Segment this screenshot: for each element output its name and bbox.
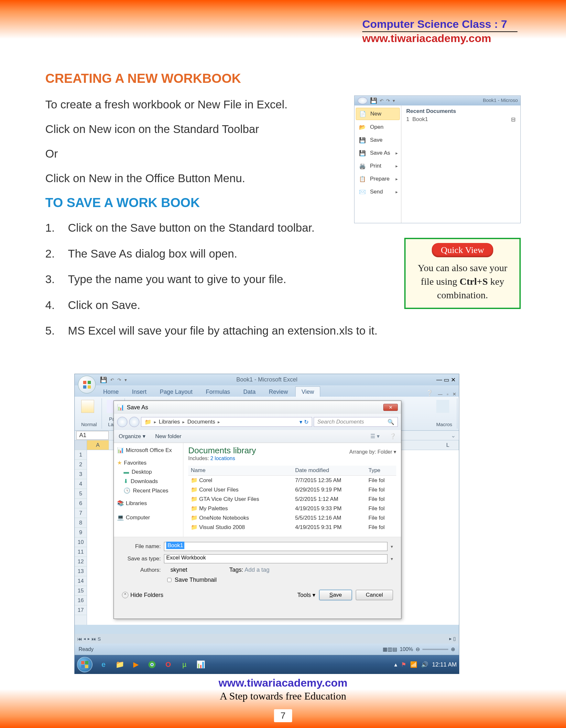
col-date[interactable]: Date modified <box>293 466 366 476</box>
help-icon[interactable]: ❔ <box>389 433 396 440</box>
normal-view-icon[interactable] <box>81 400 94 413</box>
breadcrumb-item[interactable]: Documents <box>187 419 215 425</box>
tab-home[interactable]: Home <box>97 387 125 397</box>
save-button[interactable]: Save <box>319 590 352 600</box>
clock[interactable]: 12:11 AM <box>432 661 457 668</box>
locations-link[interactable]: 2 locations <box>210 456 235 461</box>
menu-item-send[interactable]: ✉️Send▸ <box>354 185 401 198</box>
col-name[interactable]: Name <box>188 466 293 476</box>
hide-folders-button[interactable]: ⌃Hide Folders <box>122 592 163 599</box>
row-header[interactable]: 6 <box>75 499 87 508</box>
sidebar-libraries[interactable]: 📚Libraries <box>117 499 180 508</box>
sidebar-favorites[interactable]: ★Favorites <box>117 458 180 468</box>
view-icons[interactable]: ▦▥▤ <box>383 646 397 652</box>
row-header[interactable]: 1 <box>75 450 87 460</box>
sheet-nav-buttons[interactable]: ⏮ ◀ ▶ ⏭ S <box>77 636 101 642</box>
breadcrumb[interactable]: 📁 ▸ Libraries ▸ Documents ▸ ▾ ↻ <box>141 417 312 427</box>
tray-up-icon[interactable]: ▴ <box>394 661 397 668</box>
row-header[interactable]: 10 <box>75 537 87 547</box>
file-row[interactable]: 📁 OneNote Notebooks5/5/2015 12:16 AMFile… <box>188 513 396 523</box>
maximize-icon[interactable]: ▭ <box>444 376 449 383</box>
menu-item-save[interactable]: 💾Save <box>354 134 401 147</box>
office-button-icon[interactable] <box>358 97 367 104</box>
organize-button[interactable]: Organize ▾ <box>119 433 146 440</box>
excel-icon[interactable]: 📊 <box>195 659 206 670</box>
menu-item-prepare[interactable]: 📋Prepare▸ <box>354 172 401 185</box>
row-header[interactable]: 5 <box>75 489 87 499</box>
file-row[interactable]: 📁 Visual Studio 20084/19/2015 9:31 PMFil… <box>188 523 396 532</box>
col-type[interactable]: Type <box>366 466 396 476</box>
file-row[interactable]: 📁 GTA Vice City User Files5/2/2015 1:12 … <box>188 494 396 504</box>
close-button[interactable]: ✕ <box>383 404 398 411</box>
thumbnail-checkbox[interactable] <box>167 578 172 582</box>
sidebar-item-desktop[interactable]: ▬Desktop <box>117 468 180 477</box>
restore-icon[interactable]: ▫ <box>447 392 448 397</box>
menu-item-saveas[interactable]: 💾Save As▸ <box>354 147 401 160</box>
forward-button[interactable] <box>129 417 139 427</box>
sidebar-computer[interactable]: 💻Computer <box>117 513 180 522</box>
row-header[interactable]: 12 <box>75 557 87 567</box>
start-button[interactable] <box>77 657 93 672</box>
search-input[interactable]: Search Documents 🔍 <box>314 417 398 427</box>
dropdown-icon[interactable]: ▾ <box>125 377 127 382</box>
expand-icon[interactable]: ⌄ <box>451 432 456 439</box>
recent-item[interactable]: 1 Book1 ⊟ <box>406 115 516 125</box>
sidebar-item-office[interactable]: 📊Microsoft Office Ex <box>117 446 180 455</box>
opera-icon[interactable]: O <box>163 659 173 670</box>
flag-icon[interactable]: ⚑ <box>401 661 406 668</box>
zoom-slider[interactable] <box>422 649 448 650</box>
view-options-icon[interactable]: ☰ ▾ <box>370 433 380 440</box>
redo-icon[interactable]: ↷ <box>117 377 121 382</box>
minimize-icon[interactable]: — <box>436 376 442 383</box>
save-icon[interactable]: 💾 <box>370 97 377 104</box>
refresh-icon[interactable]: ▾ ↻ <box>299 419 308 425</box>
row-header[interactable]: 13 <box>75 567 87 576</box>
sidebar-item-recent[interactable]: 🕓Recent Places <box>117 486 180 495</box>
row-header[interactable]: 3 <box>75 469 87 479</box>
row-header[interactable]: 7 <box>75 508 87 518</box>
explorer-icon[interactable]: 📁 <box>115 659 125 670</box>
network-icon[interactable]: 📶 <box>410 661 417 668</box>
undo-icon[interactable]: ↶ <box>380 98 383 103</box>
close-icon[interactable]: ✕ <box>451 376 456 383</box>
dropdown-icon[interactable]: ▾ <box>391 556 393 561</box>
dropdown-icon[interactable]: ▾ <box>393 98 395 103</box>
help-icon[interactable]: ❔ <box>426 390 433 397</box>
name-box[interactable]: A1 <box>76 431 109 440</box>
tab-page-layout[interactable]: Page Layout <box>154 387 198 397</box>
macros-icon[interactable] <box>436 400 449 413</box>
authors-value[interactable]: skynet <box>171 567 187 573</box>
tags-input[interactable]: Add a tag <box>245 567 270 573</box>
file-row[interactable]: 📁 My Palettes4/19/2015 9:33 PMFile fol <box>188 504 396 513</box>
arrange-by[interactable]: Arrange by: Folder ▾ <box>349 446 396 455</box>
col-header-l[interactable]: L <box>437 440 459 450</box>
tools-button[interactable]: Tools ▾ <box>297 591 315 599</box>
close-icon[interactable]: ✕ <box>452 392 456 397</box>
utorrent-icon[interactable]: µ <box>179 659 190 670</box>
tab-view[interactable]: View <box>295 386 320 397</box>
back-button[interactable] <box>117 417 128 427</box>
row-header[interactable]: 15 <box>75 586 87 596</box>
undo-icon[interactable]: ↶ <box>110 377 114 382</box>
tab-formulas[interactable]: Formulas <box>200 387 236 397</box>
row-header[interactable]: 14 <box>75 576 87 586</box>
file-row[interactable]: 📁 Corel7/7/2015 12:35 AMFile fol <box>188 476 396 485</box>
filename-input[interactable]: Book1 <box>164 542 387 551</box>
dropdown-icon[interactable]: ▾ <box>391 544 393 549</box>
ie-icon[interactable]: e <box>98 659 109 670</box>
sidebar-item-downloads[interactable]: ⬇Downloads <box>117 477 180 486</box>
volume-icon[interactable]: 🔊 <box>421 661 428 668</box>
new-folder-button[interactable]: New folder <box>155 433 182 440</box>
system-tray[interactable]: ▴ ⚑ 📶 🔊 12:11 AM <box>394 661 457 668</box>
filetype-select[interactable]: Excel Workbook <box>164 554 387 563</box>
minimize-icon[interactable]: — <box>438 392 442 397</box>
row-header[interactable]: 4 <box>75 479 87 489</box>
zoom-in-icon[interactable]: ⊕ <box>451 646 455 652</box>
row-header[interactable]: 17 <box>75 605 87 615</box>
file-row[interactable]: 📁 Corel User Files6/29/2015 9:19 PMFile … <box>188 485 396 494</box>
redo-icon[interactable]: ↷ <box>386 98 390 103</box>
row-header[interactable]: 2 <box>75 460 87 469</box>
office-button[interactable] <box>78 376 96 393</box>
row-header[interactable]: 11 <box>75 547 87 557</box>
pin-icon[interactable]: ⊟ <box>511 116 516 123</box>
